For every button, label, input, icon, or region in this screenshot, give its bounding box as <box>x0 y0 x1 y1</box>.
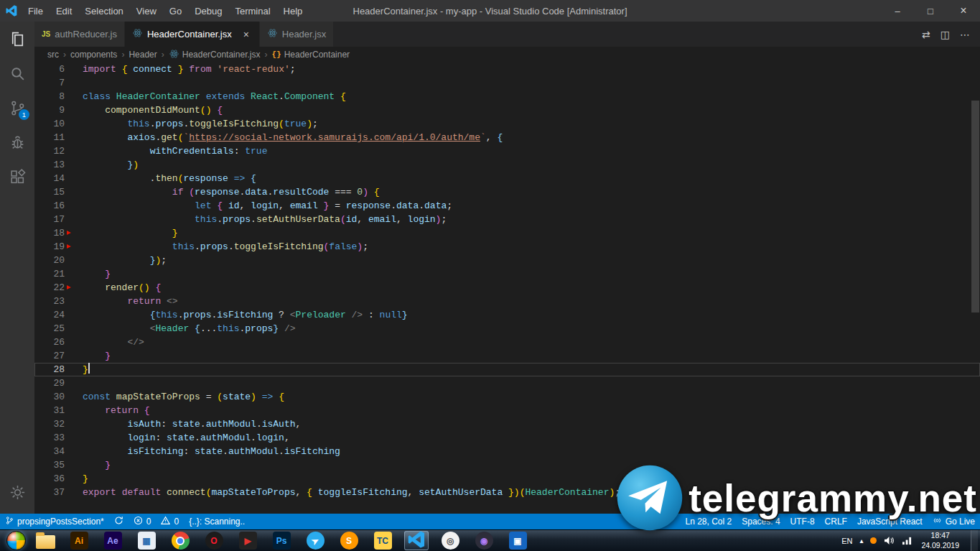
status-cursor-position[interactable]: Ln 28, Col 2 <box>681 514 737 529</box>
line-number[interactable]: 32 <box>34 417 65 431</box>
code-line-19[interactable]: 19 this.props.toggleIsFitching(false); <box>34 240 980 254</box>
hidden-icons-chevron[interactable]: ▴ <box>859 537 863 545</box>
code-line-18[interactable]: 18 } <box>34 226 980 240</box>
code-line-10[interactable]: 10 this.props.toggleIsFitching(true); <box>34 117 980 131</box>
taskbar-illustrator-icon[interactable]: Ai <box>67 531 91 550</box>
code-line-8[interactable]: 8class HeaderContainer extends React.Com… <box>34 90 980 103</box>
line-number[interactable]: 27 <box>34 349 65 363</box>
line-number[interactable]: 10 <box>34 117 65 131</box>
line-number[interactable]: 12 <box>34 144 65 158</box>
taskbar-opera-icon[interactable]: O <box>202 531 226 550</box>
line-number[interactable]: 24 <box>34 308 65 322</box>
line-number[interactable]: 21 <box>34 267 65 281</box>
status-scanning-status[interactable]: {..}: Scanning.. <box>184 514 250 529</box>
breadcrumb-item-headercontainer.jsx[interactable]: HeaderContainer.jsx <box>167 49 262 61</box>
code-line-14[interactable]: 14 .then(response => { <box>34 172 980 185</box>
line-number[interactable]: 33 <box>34 431 65 445</box>
menu-edit[interactable]: Edit <box>50 0 78 22</box>
status-sync[interactable] <box>109 514 129 529</box>
explorer-icon[interactable] <box>0 22 34 56</box>
code-line-24[interactable]: 24 {this.props.isFitching ? <Preloader /… <box>34 308 980 322</box>
line-number[interactable]: 34 <box>34 445 65 458</box>
search-icon[interactable] <box>0 56 34 91</box>
tray-app-icon[interactable] <box>870 537 877 544</box>
code-line-35[interactable]: 35 } <box>34 458 980 472</box>
maximize-button[interactable]: □ <box>914 0 947 22</box>
status-eol[interactable]: CRLF <box>820 514 852 529</box>
taskbar-media-player-icon[interactable]: ▶ <box>235 531 260 550</box>
code-line-17[interactable]: 17 this.props.setAuthUserData(id, email,… <box>34 213 980 226</box>
split-editor-icon[interactable]: ◫ <box>941 29 950 40</box>
menu-go[interactable]: Go <box>163 0 188 22</box>
line-number[interactable]: 6 <box>34 62 65 76</box>
code-line-30[interactable]: 30const mapStateToProps = (state) => { <box>34 390 980 404</box>
extensions-icon[interactable] <box>0 159 34 194</box>
status-go-live[interactable]: Go Live <box>928 514 980 529</box>
menu-debug[interactable]: Debug <box>188 0 228 22</box>
status-warnings[interactable]: 0 <box>156 514 184 529</box>
taskbar-file-explorer-icon[interactable] <box>33 531 57 550</box>
taskbar-calculator-icon[interactable]: ▦ <box>134 531 159 550</box>
taskbar-sublime-text-icon[interactable]: S <box>337 531 361 550</box>
code-line-9[interactable]: 9 componentDidMount() { <box>34 103 980 117</box>
code-line-33[interactable]: 33 login: state.authModul.login, <box>34 431 980 445</box>
code-line-36[interactable]: 36} <box>34 472 980 486</box>
line-number[interactable]: 25 <box>34 322 65 335</box>
taskbar-after-effects-icon[interactable]: Ae <box>101 531 125 550</box>
vertical-scrollbar[interactable] <box>971 101 979 312</box>
tab-authreducer-js[interactable]: JSauthReducer.js <box>34 22 125 47</box>
breadcrumb-item-header[interactable]: Header <box>127 50 158 60</box>
code-line-37[interactable]: 37export default connect(mapStateToProps… <box>34 486 980 499</box>
menu-file[interactable]: File <box>22 0 50 22</box>
breadcrumb-item-components[interactable]: components <box>69 50 118 60</box>
menu-selection[interactable]: Selection <box>78 0 129 22</box>
code-line-6[interactable]: 6import { connect } from 'react-redux'; <box>34 62 980 76</box>
code-line-11[interactable]: 11 axios.get(`https://social-network.sam… <box>34 131 980 144</box>
line-number[interactable]: 19 <box>34 240 65 254</box>
tab-headercontainer-jsx[interactable]: HeaderContainer.jsx× <box>125 22 260 47</box>
more-actions-icon[interactable]: ⋯ <box>960 29 970 40</box>
close-button[interactable]: × <box>947 0 980 22</box>
network-icon[interactable] <box>902 536 913 545</box>
taskbar-remote-desktop-icon[interactable]: ▣ <box>505 531 530 550</box>
clock[interactable]: 18:47 24.09.2019 <box>921 531 959 550</box>
taskbar-dark-circle-app-icon[interactable]: ◉ <box>472 531 496 550</box>
status-indentation[interactable]: Spaces: 4 <box>737 514 785 529</box>
menu-help[interactable]: Help <box>277 0 309 22</box>
line-number[interactable]: 18 <box>34 226 65 240</box>
start-button[interactable] <box>6 531 26 550</box>
breadcrumb-item-headercontainer[interactable]: {}HeaderContainer <box>270 50 351 60</box>
code-line-28[interactable]: 28} <box>34 363 980 376</box>
line-number[interactable]: 7 <box>34 76 65 90</box>
line-number[interactable]: 20 <box>34 254 65 267</box>
breadcrumb-item-src[interactable]: src <box>46 50 60 60</box>
menu-view[interactable]: View <box>130 0 163 22</box>
line-number[interactable]: 16 <box>34 199 65 213</box>
line-number[interactable]: 37 <box>34 486 65 499</box>
line-number[interactable]: 15 <box>34 185 65 199</box>
taskbar-vscode-icon[interactable] <box>404 531 429 550</box>
code-line-13[interactable]: 13 }) <box>34 158 980 172</box>
status-git-branch[interactable]: propsingPostsSection* <box>0 514 109 529</box>
code-line-15[interactable]: 15 if (response.data.resultCode === 0) { <box>34 185 980 199</box>
code-line-16[interactable]: 16 let { id, login, email } = response.d… <box>34 199 980 213</box>
code-line-25[interactable]: 25 <Header {...this.props} /> <box>34 322 980 335</box>
line-number[interactable]: 28 <box>34 363 65 376</box>
line-number[interactable]: 23 <box>34 295 65 308</box>
show-desktop-button[interactable] <box>971 530 978 551</box>
code-line-20[interactable]: 20 }); <box>34 254 980 267</box>
code-line-23[interactable]: 23 return <> <box>34 295 980 308</box>
line-number[interactable]: 14 <box>34 172 65 185</box>
line-number[interactable]: 13 <box>34 158 65 172</box>
code-line-29[interactable]: 29 <box>34 376 980 390</box>
code-line-22[interactable]: 22 render() { <box>34 281 980 295</box>
code-line-27[interactable]: 27 } <box>34 349 980 363</box>
line-number[interactable]: 29 <box>34 376 65 390</box>
line-number[interactable]: 36 <box>34 472 65 486</box>
status-errors[interactable]: 0 <box>129 514 157 529</box>
line-number[interactable]: 31 <box>34 404 65 417</box>
minimize-button[interactable]: – <box>881 0 914 22</box>
menu-terminal[interactable]: Terminal <box>228 0 276 22</box>
code-line-21[interactable]: 21 } <box>34 267 980 281</box>
line-number[interactable]: 11 <box>34 131 65 144</box>
